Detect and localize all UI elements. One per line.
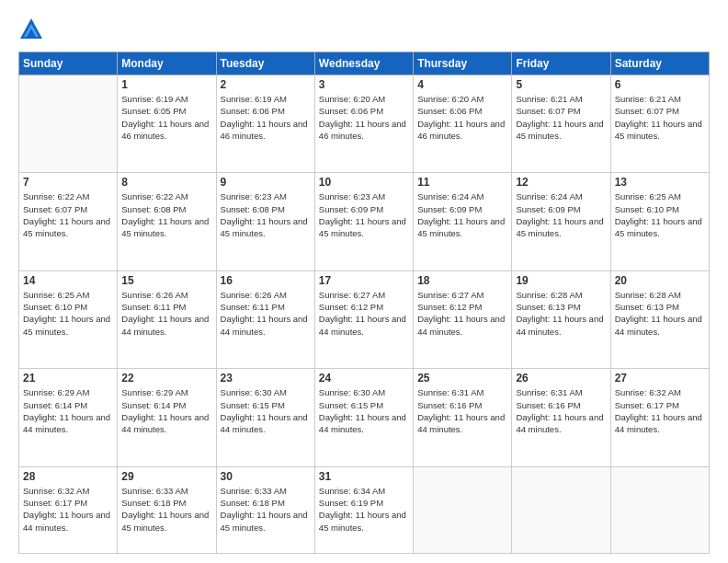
- calendar-cell: 22Sunrise: 6:29 AMSunset: 6:14 PMDayligh…: [118, 369, 216, 466]
- day-number: 9: [221, 176, 311, 189]
- day-number: 26: [516, 372, 606, 385]
- calendar-cell: [19, 75, 118, 173]
- weekday-header: Saturday: [610, 52, 709, 75]
- day-number: 17: [319, 274, 409, 287]
- weekday-header: Thursday: [414, 52, 512, 75]
- cell-info: Sunrise: 6:33 AMSunset: 6:18 PMDaylight:…: [121, 485, 211, 534]
- cell-info: Sunrise: 6:21 AMSunset: 6:07 PMDaylight:…: [516, 93, 606, 142]
- calendar-row: 14Sunrise: 6:25 AMSunset: 6:10 PMDayligh…: [19, 270, 710, 368]
- cell-info: Sunrise: 6:24 AMSunset: 6:09 PMDaylight:…: [516, 190, 606, 239]
- calendar-cell: 9Sunrise: 6:23 AMSunset: 6:08 PMDaylight…: [216, 173, 314, 270]
- calendar-cell: 7Sunrise: 6:22 AMSunset: 6:07 PMDaylight…: [19, 173, 118, 270]
- calendar-cell: 4Sunrise: 6:20 AMSunset: 6:06 PMDaylight…: [414, 75, 512, 173]
- cell-info: Sunrise: 6:30 AMSunset: 6:15 PMDaylight:…: [319, 386, 409, 435]
- weekday-header: Tuesday: [216, 52, 314, 75]
- calendar-cell: 29Sunrise: 6:33 AMSunset: 6:18 PMDayligh…: [118, 466, 216, 553]
- cell-info: Sunrise: 6:33 AMSunset: 6:18 PMDaylight:…: [221, 485, 311, 534]
- calendar-cell: [610, 466, 709, 553]
- calendar-cell: 1Sunrise: 6:19 AMSunset: 6:05 PMDaylight…: [118, 75, 216, 173]
- day-number: 20: [615, 274, 705, 287]
- day-number: 13: [615, 176, 705, 189]
- cell-info: Sunrise: 6:24 AMSunset: 6:09 PMDaylight:…: [417, 190, 507, 239]
- cell-info: Sunrise: 6:34 AMSunset: 6:19 PMDaylight:…: [319, 485, 409, 534]
- calendar-row: 1Sunrise: 6:19 AMSunset: 6:05 PMDaylight…: [19, 75, 710, 173]
- cell-info: Sunrise: 6:29 AMSunset: 6:14 PMDaylight:…: [23, 386, 113, 435]
- logo-icon: [18, 17, 44, 42]
- day-number: 4: [417, 78, 507, 91]
- calendar-cell: 27Sunrise: 6:32 AMSunset: 6:17 PMDayligh…: [610, 369, 709, 466]
- calendar-cell: 24Sunrise: 6:30 AMSunset: 6:15 PMDayligh…: [314, 369, 413, 466]
- day-number: 12: [516, 176, 606, 189]
- calendar-cell: 13Sunrise: 6:25 AMSunset: 6:10 PMDayligh…: [610, 173, 709, 270]
- cell-info: Sunrise: 6:26 AMSunset: 6:11 PMDaylight:…: [221, 289, 311, 338]
- day-number: 23: [221, 372, 311, 385]
- calendar-cell: 28Sunrise: 6:32 AMSunset: 6:17 PMDayligh…: [19, 466, 118, 553]
- day-number: 28: [23, 470, 113, 483]
- calendar-row: 21Sunrise: 6:29 AMSunset: 6:14 PMDayligh…: [19, 369, 710, 466]
- cell-info: Sunrise: 6:28 AMSunset: 6:13 PMDaylight:…: [516, 289, 606, 338]
- cell-info: Sunrise: 6:20 AMSunset: 6:06 PMDaylight:…: [319, 93, 409, 142]
- calendar-cell: 20Sunrise: 6:28 AMSunset: 6:13 PMDayligh…: [610, 270, 709, 368]
- day-number: 19: [516, 274, 606, 287]
- day-number: 31: [319, 470, 409, 483]
- calendar-cell: 21Sunrise: 6:29 AMSunset: 6:14 PMDayligh…: [19, 369, 118, 466]
- calendar-row: 28Sunrise: 6:32 AMSunset: 6:17 PMDayligh…: [19, 466, 710, 553]
- day-number: 25: [417, 372, 507, 385]
- calendar-cell: 23Sunrise: 6:30 AMSunset: 6:15 PMDayligh…: [216, 369, 314, 466]
- day-number: 2: [221, 78, 311, 91]
- calendar-cell: 30Sunrise: 6:33 AMSunset: 6:18 PMDayligh…: [216, 466, 314, 553]
- calendar-cell: 3Sunrise: 6:20 AMSunset: 6:06 PMDaylight…: [314, 75, 413, 173]
- weekday-header: Friday: [512, 52, 610, 75]
- weekday-header: Wednesday: [314, 52, 413, 75]
- weekday-header-row: SundayMondayTuesdayWednesdayThursdayFrid…: [19, 52, 710, 75]
- cell-info: Sunrise: 6:31 AMSunset: 6:16 PMDaylight:…: [516, 386, 606, 435]
- cell-info: Sunrise: 6:23 AMSunset: 6:08 PMDaylight:…: [221, 190, 311, 239]
- cell-info: Sunrise: 6:32 AMSunset: 6:17 PMDaylight:…: [615, 386, 705, 435]
- page: SundayMondayTuesdayWednesdayThursdayFrid…: [0, 0, 728, 563]
- day-number: 21: [23, 372, 113, 385]
- calendar-cell: 25Sunrise: 6:31 AMSunset: 6:16 PMDayligh…: [414, 369, 512, 466]
- calendar-cell: [512, 466, 610, 553]
- day-number: 8: [121, 176, 211, 189]
- day-number: 11: [417, 176, 507, 189]
- cell-info: Sunrise: 6:30 AMSunset: 6:15 PMDaylight:…: [221, 386, 311, 435]
- day-number: 29: [121, 470, 211, 483]
- calendar-cell: 16Sunrise: 6:26 AMSunset: 6:11 PMDayligh…: [216, 270, 314, 368]
- day-number: 14: [23, 274, 113, 287]
- day-number: 15: [121, 274, 211, 287]
- cell-info: Sunrise: 6:29 AMSunset: 6:14 PMDaylight:…: [121, 386, 211, 435]
- day-number: 18: [417, 274, 507, 287]
- cell-info: Sunrise: 6:21 AMSunset: 6:07 PMDaylight:…: [615, 93, 705, 142]
- day-number: 30: [221, 470, 311, 483]
- calendar-cell: 15Sunrise: 6:26 AMSunset: 6:11 PMDayligh…: [118, 270, 216, 368]
- calendar-cell: 12Sunrise: 6:24 AMSunset: 6:09 PMDayligh…: [512, 173, 610, 270]
- day-number: 10: [319, 176, 409, 189]
- day-number: 6: [615, 78, 705, 91]
- cell-info: Sunrise: 6:19 AMSunset: 6:05 PMDaylight:…: [121, 93, 211, 142]
- cell-info: Sunrise: 6:28 AMSunset: 6:13 PMDaylight:…: [615, 289, 705, 338]
- cell-info: Sunrise: 6:27 AMSunset: 6:12 PMDaylight:…: [319, 289, 409, 338]
- cell-info: Sunrise: 6:32 AMSunset: 6:17 PMDaylight:…: [23, 485, 113, 534]
- cell-info: Sunrise: 6:22 AMSunset: 6:08 PMDaylight:…: [121, 190, 211, 239]
- calendar-cell: 6Sunrise: 6:21 AMSunset: 6:07 PMDaylight…: [610, 75, 709, 173]
- calendar-table: SundayMondayTuesdayWednesdayThursdayFrid…: [18, 52, 710, 554]
- cell-info: Sunrise: 6:25 AMSunset: 6:10 PMDaylight:…: [23, 289, 113, 338]
- header: [18, 17, 710, 42]
- calendar-cell: 19Sunrise: 6:28 AMSunset: 6:13 PMDayligh…: [512, 270, 610, 368]
- calendar-cell: 2Sunrise: 6:19 AMSunset: 6:06 PMDaylight…: [216, 75, 314, 173]
- cell-info: Sunrise: 6:26 AMSunset: 6:11 PMDaylight:…: [121, 289, 211, 338]
- day-number: 5: [516, 78, 606, 91]
- day-number: 22: [121, 372, 211, 385]
- cell-info: Sunrise: 6:19 AMSunset: 6:06 PMDaylight:…: [221, 93, 311, 142]
- calendar-cell: 17Sunrise: 6:27 AMSunset: 6:12 PMDayligh…: [314, 270, 413, 368]
- day-number: 24: [319, 372, 409, 385]
- calendar-cell: 26Sunrise: 6:31 AMSunset: 6:16 PMDayligh…: [512, 369, 610, 466]
- calendar-cell: 10Sunrise: 6:23 AMSunset: 6:09 PMDayligh…: [314, 173, 413, 270]
- day-number: 16: [221, 274, 311, 287]
- cell-info: Sunrise: 6:22 AMSunset: 6:07 PMDaylight:…: [23, 190, 113, 239]
- weekday-header: Monday: [118, 52, 216, 75]
- calendar-cell: 5Sunrise: 6:21 AMSunset: 6:07 PMDaylight…: [512, 75, 610, 173]
- calendar-cell: 11Sunrise: 6:24 AMSunset: 6:09 PMDayligh…: [414, 173, 512, 270]
- calendar-cell: 18Sunrise: 6:27 AMSunset: 6:12 PMDayligh…: [414, 270, 512, 368]
- cell-info: Sunrise: 6:25 AMSunset: 6:10 PMDaylight:…: [615, 190, 705, 239]
